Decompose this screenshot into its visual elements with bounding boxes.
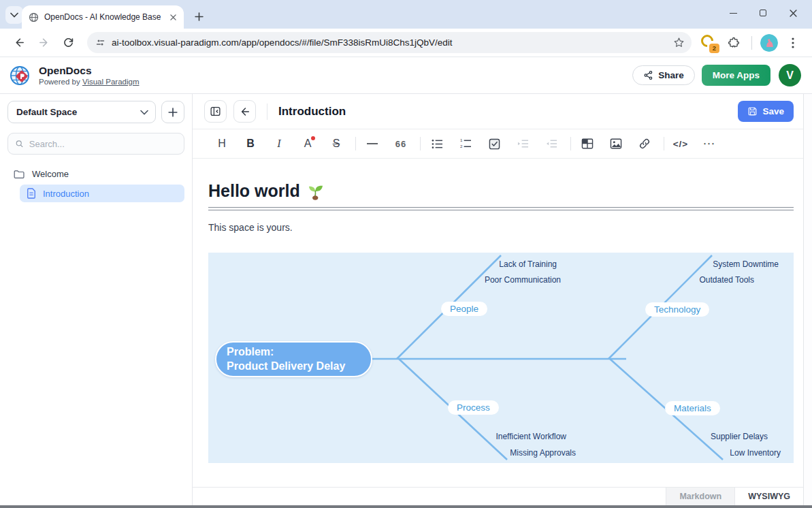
- browser-menu-button[interactable]: [783, 33, 803, 53]
- globe-icon: [29, 12, 39, 22]
- back-arrow-icon: [240, 106, 250, 117]
- document-editor[interactable]: Hello world This space is yours.: [193, 159, 803, 487]
- page-title: Introduction: [278, 105, 346, 118]
- italic-button[interactable]: I: [268, 133, 290, 154]
- bookmark-star-icon[interactable]: [673, 37, 685, 48]
- code-block-button[interactable]: </>: [670, 133, 692, 154]
- forward-button[interactable]: [33, 33, 54, 53]
- bullet-list-button[interactable]: [426, 133, 448, 154]
- divider: [570, 137, 571, 150]
- site-settings-icon: [95, 37, 105, 48]
- back-navigation-button[interactable]: [233, 100, 256, 123]
- sidebar-item-introduction[interactable]: Introduction: [20, 185, 184, 202]
- image-icon: [610, 138, 622, 149]
- close-icon: [790, 10, 797, 17]
- sidebar-item-welcome[interactable]: Welcome: [7, 165, 184, 182]
- browser-tab[interactable]: OpenDocs - AI Knowledge Base: [22, 5, 184, 29]
- extensions-button[interactable]: [724, 33, 744, 53]
- opendocs-logo-icon: [8, 63, 33, 88]
- document-tree: Welcome Introduction: [7, 165, 184, 202]
- window-controls: [718, 3, 808, 23]
- strikethrough-button[interactable]: S: [325, 133, 347, 154]
- save-button[interactable]: Save: [738, 101, 794, 122]
- share-label: Share: [658, 70, 684, 80]
- folder-label: Welcome: [32, 169, 69, 179]
- share-icon: [643, 70, 653, 80]
- cause-inefficient-workflow: Inefficient Workflow: [496, 432, 566, 441]
- numbered-list-icon: 1 2: [460, 138, 472, 149]
- bullet-list-icon: [432, 139, 443, 149]
- reload-button[interactable]: [58, 33, 78, 53]
- fishbone-diagram[interactable]: Problem: Product Delivery Delay People T…: [208, 253, 794, 463]
- insert-table-button[interactable]: [576, 133, 598, 154]
- visual-paradigm-link[interactable]: Visual Paradigm: [82, 78, 140, 86]
- url-text: ai-toolbox.visual-paradigm.com/app/opend…: [112, 37, 673, 48]
- browser-window: OpenDocs - AI Knowledge Base: [0, 0, 812, 508]
- forward-arrow-icon: [38, 37, 50, 48]
- font-color-button[interactable]: A: [297, 133, 319, 154]
- space-selector-label: Default Space: [16, 107, 140, 117]
- cause-lack-of-training: Lack of Training: [499, 259, 557, 269]
- save-label: Save: [762, 106, 784, 116]
- search-input[interactable]: [29, 139, 177, 149]
- maximize-button[interactable]: [748, 3, 778, 23]
- font-color-glyph: A: [304, 138, 312, 150]
- table-icon: [581, 138, 594, 149]
- blockquote-button[interactable]: 66: [390, 133, 412, 154]
- minimize-button[interactable]: [718, 3, 748, 23]
- maximize-icon: [760, 10, 766, 16]
- tab-title: OpenDocs - AI Knowledge Base: [44, 12, 167, 22]
- add-space-button[interactable]: [161, 101, 184, 123]
- svg-text:2: 2: [460, 144, 463, 148]
- category-people[interactable]: People: [441, 302, 487, 316]
- category-technology[interactable]: Technology: [645, 302, 709, 317]
- category-materials[interactable]: Materials: [665, 401, 720, 415]
- problem-line2: Product Delivery Delay: [227, 360, 371, 374]
- cause-low-inventory: Low Inventory: [730, 448, 781, 458]
- puzzle-icon: [728, 37, 740, 49]
- space-selector[interactable]: Default Space: [7, 101, 156, 123]
- seedling-emoji-icon: [307, 182, 323, 200]
- insert-image-button[interactable]: [605, 133, 627, 154]
- horizontal-rule-icon: [367, 143, 378, 144]
- tab-markdown[interactable]: Markdown: [666, 488, 734, 505]
- share-button[interactable]: Share: [632, 65, 695, 85]
- browser-navbar: ai-toolbox.visual-paradigm.com/app/opend…: [0, 29, 812, 57]
- tab-search-button[interactable]: [5, 6, 23, 24]
- insert-link-button[interactable]: [634, 133, 655, 154]
- chevron-down-icon: [140, 110, 148, 115]
- search-box[interactable]: [7, 133, 184, 155]
- heading-button[interactable]: H: [211, 133, 233, 154]
- rewards-coin-button[interactable]: 2: [701, 35, 717, 51]
- problem-node[interactable]: Problem: Product Delivery Delay: [215, 341, 372, 377]
- cause-supplier-delays: Supplier Delays: [711, 432, 768, 441]
- close-button[interactable]: [778, 3, 808, 23]
- task-list-button[interactable]: [483, 133, 505, 154]
- cause-poor-communication: Poor Communication: [485, 275, 561, 285]
- heading-text: Hello world: [208, 181, 300, 201]
- tab-close-icon[interactable]: [167, 12, 178, 22]
- more-apps-button[interactable]: More Apps: [702, 65, 770, 86]
- document-header: Introduction Save: [193, 94, 803, 129]
- category-process[interactable]: Process: [448, 400, 499, 415]
- scrollbar[interactable]: [803, 94, 812, 505]
- divider: [267, 104, 267, 120]
- browser-profile-avatar[interactable]: [760, 34, 778, 52]
- numbered-list-button[interactable]: 1 2: [455, 133, 476, 154]
- profile-avatar-icon: [760, 34, 778, 52]
- doc-label: Introduction: [43, 189, 89, 199]
- problem-line1: Problem:: [227, 345, 371, 360]
- horizontal-rule-button[interactable]: [361, 133, 383, 154]
- outdent-button[interactable]: [540, 133, 562, 154]
- divider: [355, 137, 356, 150]
- user-avatar[interactable]: V: [779, 64, 801, 86]
- toggle-sidebar-button[interactable]: [204, 100, 227, 123]
- back-button[interactable]: [9, 33, 29, 53]
- new-tab-button[interactable]: [189, 7, 208, 26]
- indent-button[interactable]: [512, 133, 534, 154]
- bold-button[interactable]: B: [240, 133, 261, 154]
- more-tools-button[interactable]: ⋯: [698, 133, 720, 154]
- tab-wysiwyg[interactable]: WYSIWYG: [734, 488, 803, 505]
- url-bar[interactable]: ai-toolbox.visual-paradigm.com/app/opend…: [87, 32, 692, 53]
- powered-by: Powered by Visual Paradigm: [39, 78, 139, 86]
